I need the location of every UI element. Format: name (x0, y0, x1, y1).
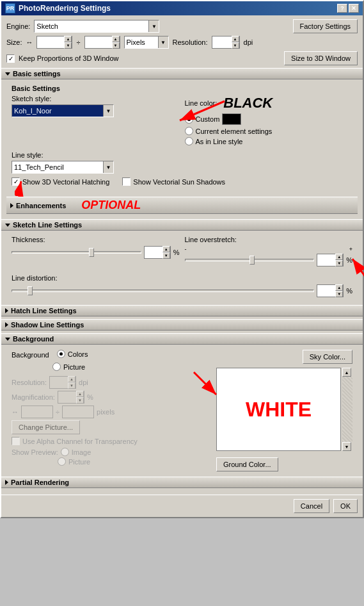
show-3d-vectorial-row: ✓ Show 3D Vectorial Hatching (12, 177, 109, 186)
svg-line-5 (352, 259, 364, 281)
scroll-down-btn[interactable]: ▼ (342, 442, 351, 451)
bg-divider-sym: ÷ (56, 408, 59, 416)
bg-resolution-label: Resolution: (12, 379, 47, 386)
line-style-select[interactable]: 11_Tech_Pencil ▼ (12, 161, 114, 174)
engine-select[interactable]: Sketch ▼ (34, 20, 159, 33)
bg-mag-label: Magnification: (12, 393, 55, 401)
close-button[interactable]: ✕ (349, 4, 359, 13)
radio-as-in-line[interactable] (185, 137, 193, 145)
thickness-up[interactable]: ▲ (162, 246, 170, 252)
help-button[interactable]: ? (337, 4, 347, 13)
color-swatch-black[interactable] (222, 113, 241, 125)
distortion-down[interactable]: ▼ (335, 291, 343, 297)
shadow-line-triangle (5, 322, 8, 327)
sketch-style-value: Koh_I_Noor (12, 105, 103, 117)
radio-current[interactable] (185, 127, 193, 135)
preview-box: WHITE (216, 368, 341, 451)
background-header[interactable]: Background (1, 333, 363, 345)
preview-area: WHITE ▲ ▼ (216, 368, 352, 451)
line-style-arrow[interactable]: ▼ (103, 161, 113, 173)
sketch-line-row: Sketch style: Koh_I_Noor ▼ (12, 95, 352, 147)
res-up[interactable]: ▲ (232, 36, 239, 42)
cancel-button[interactable]: Cancel (294, 499, 329, 513)
partial-rendering-header[interactable]: Partial Rendering (1, 477, 363, 488)
sketch-line-settings-header[interactable]: Sketch Line Settings (1, 219, 363, 231)
height-up[interactable]: ▲ (112, 36, 120, 42)
thickness-slider[interactable] (12, 251, 141, 254)
bg-mag-up: ▲ (76, 391, 84, 397)
overstretch-input[interactable]: 0 ▲ ▼ (317, 254, 344, 266)
window-title: PhotoRendering Settings (19, 4, 111, 13)
height-down[interactable]: ▼ (112, 42, 120, 49)
show-preview-label: Show Preview: (12, 448, 58, 456)
resolution-input[interactable]: 72 ▲ ▼ (212, 36, 240, 49)
main-window: PR PhotoRendering Settings ? ✕ Engine: S… (0, 0, 364, 518)
use-alpha-checkbox (12, 437, 20, 445)
size-row: Size: ↔ 2000 ▲ ▼ ÷ 1333 ▲ ▼ Pixels ▼ (6, 36, 358, 49)
sketch-line-triangle (5, 224, 10, 227)
keep-proportions-row: ✓ Keep Proportions of 3D Window Size to … (6, 51, 358, 65)
size-to-3d-button[interactable]: Size to 3D Window (284, 51, 358, 65)
partial-rendering-title: Partial Rendering (11, 479, 69, 486)
factory-settings-button[interactable]: Factory Settings (293, 19, 358, 33)
overstretch-minus: - (185, 246, 187, 252)
radio-colors[interactable] (57, 350, 65, 358)
resolution-label: Resolution: (173, 38, 208, 46)
resolution-disabled-row: Resolution: 10 ▲ ▼ dpi Magnifi (12, 376, 203, 466)
shadow-line-title: Shadow Line Settings (11, 321, 84, 329)
thickness-label: Thickness: (12, 236, 45, 243)
radio-custom-row: Custom (185, 113, 353, 125)
engine-value: Sketch (35, 20, 148, 32)
sky-color-button[interactable]: Sky Color... (303, 350, 352, 364)
width-up[interactable]: ▲ (64, 36, 72, 42)
overstretch-slider[interactable] (185, 259, 315, 261)
arrow-icon: ↔ (26, 38, 33, 46)
hatch-line-header[interactable]: Hatch Line Settings (1, 305, 363, 316)
thickness-unit: % (173, 249, 180, 256)
radio-picture2-label: Picture (68, 458, 90, 466)
line-overstretch-col: Line overstretch: - + 0 (185, 236, 353, 269)
thickness-overstretch-row: Thickness: 13 ▲ ▼ % (12, 236, 352, 269)
radio-as-in-line-label: As in Line style (196, 138, 243, 145)
white-annotation: WHITE (246, 398, 312, 422)
radio-custom-label: Custom (196, 115, 220, 123)
radio-picture-label: Picture (63, 363, 85, 371)
distortion-input[interactable]: 0 ▲ ▼ (317, 284, 344, 297)
radio-custom[interactable] (185, 115, 193, 124)
overstretch-up[interactable]: ▲ (335, 254, 343, 260)
engine-dropdown-arrow[interactable]: ▼ (148, 20, 159, 32)
width-down[interactable]: ▼ (64, 42, 72, 49)
ground-color-button[interactable]: Ground Color... (216, 457, 278, 471)
keep-proportions-checkbox[interactable]: ✓ (6, 54, 15, 63)
sketch-style-arrow[interactable]: ▼ (103, 105, 113, 117)
bottom-bar: Cancel OK (1, 495, 363, 517)
ok-button[interactable]: OK (333, 499, 358, 513)
width-input[interactable]: 2000 ▲ ▼ (36, 36, 72, 49)
overstretch-down[interactable]: ▼ (335, 260, 343, 266)
res-down[interactable]: ▼ (232, 42, 239, 49)
thickness-down[interactable]: ▼ (162, 252, 170, 259)
main-content: Engine: Sketch ▼ Factory Settings Size: … (1, 15, 363, 495)
background-title: Background (13, 335, 54, 343)
basic-settings-header[interactable]: Basic settings (1, 68, 363, 79)
distortion-slider[interactable] (12, 290, 314, 292)
distortion-up[interactable]: ▲ (335, 284, 343, 291)
shadow-line-header[interactable]: Shadow Line Settings (1, 319, 363, 331)
line-style-value: 11_Tech_Pencil (12, 161, 103, 173)
enhancements-header[interactable]: Enhancements OPTIONAL (6, 197, 358, 214)
scroll-up-btn[interactable]: ▲ (342, 368, 351, 377)
pixels-dropdown-arrow[interactable]: ▼ (158, 37, 168, 48)
sketch-style-select[interactable]: Koh_I_Noor ▼ (12, 104, 114, 117)
overstretch-plus: + (349, 246, 352, 252)
bg-res-down: ▼ (68, 382, 75, 389)
show-vectorial-sun-checkbox[interactable] (122, 177, 131, 186)
use-alpha-label: Use Alpha Channel for Transparency (22, 438, 138, 445)
line-distortion-label: Line distortion: (12, 274, 58, 282)
pixels-select[interactable]: Pixels ▼ (124, 36, 169, 49)
show-3d-vectorial-checkbox[interactable]: ✓ (12, 177, 20, 186)
show-vectorial-sun-label: Show Vectorial Sun Shadows (133, 178, 225, 186)
radio-picture[interactable] (52, 363, 61, 371)
radio-current-label: Current element settings (196, 127, 273, 135)
height-input[interactable]: 1333 ▲ ▼ (84, 36, 120, 49)
thickness-input[interactable]: 13 ▲ ▼ (144, 246, 171, 259)
